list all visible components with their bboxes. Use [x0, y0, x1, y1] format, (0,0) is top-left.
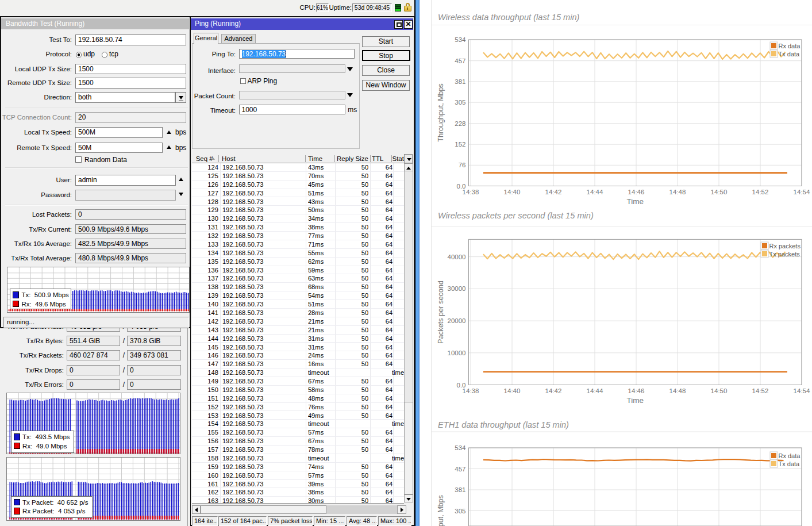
svg-text:Tx data: Tx data: [779, 51, 801, 57]
svg-text:Tx packets: Tx packets: [769, 251, 801, 258]
svg-text:14:52: 14:52: [752, 387, 769, 394]
svg-text:14:44: 14:44: [587, 387, 603, 394]
svg-text:14:40: 14:40: [504, 189, 521, 195]
svg-text:Time: Time: [626, 396, 644, 405]
svg-text:14:50: 14:50: [711, 189, 728, 195]
svg-text:14:46: 14:46: [628, 387, 645, 394]
svg-text:14:50: 14:50: [711, 387, 728, 394]
svg-text:14:38: 14:38: [463, 387, 479, 394]
svg-text:14:52: 14:52: [752, 189, 769, 195]
svg-text:Packets per second: Packets per second: [437, 281, 445, 344]
svg-text:14:48: 14:48: [669, 189, 686, 195]
svg-text:14:42: 14:42: [545, 189, 562, 195]
svg-text:14:38: 14:38: [463, 189, 479, 195]
svg-text:305: 305: [455, 99, 465, 106]
svg-text:14:54: 14:54: [794, 387, 810, 394]
svg-text:14:48: 14:48: [669, 387, 686, 394]
svg-text:Rx data: Rx data: [779, 452, 801, 459]
svg-text:Time: Time: [626, 197, 644, 206]
svg-text:534: 534: [455, 36, 466, 43]
svg-text:457: 457: [455, 57, 465, 64]
svg-text:381: 381: [455, 486, 465, 493]
svg-text:Wireless packets per second (l: Wireless packets per second (last 15 min…: [438, 211, 594, 220]
svg-text:Throughput, Mbps: Throughput, Mbps: [437, 83, 445, 141]
svg-text:Rx packets: Rx packets: [769, 243, 801, 249]
svg-text:10000: 10000: [448, 350, 466, 356]
svg-text:Tx data: Tx data: [779, 460, 801, 467]
svg-text:ETH1 data throughput (last 15: ETH1 data throughput (last 15 min): [438, 420, 569, 429]
svg-text:14:42: 14:42: [545, 387, 562, 394]
svg-text:20000: 20000: [448, 317, 466, 324]
svg-text:14:44: 14:44: [587, 189, 603, 195]
svg-text:Throughput, Mbps: Throughput, Mbps: [437, 495, 445, 526]
svg-text:30000: 30000: [448, 285, 466, 292]
svg-text:14:40: 14:40: [504, 387, 521, 394]
svg-text:534: 534: [455, 444, 466, 451]
svg-text:228: 228: [455, 120, 465, 127]
svg-text:40000: 40000: [448, 254, 466, 260]
svg-text:76: 76: [459, 162, 466, 168]
svg-text:14:46: 14:46: [628, 189, 645, 195]
svg-text:Wireless data throughput (last: Wireless data throughput (last 15 min): [438, 13, 579, 22]
svg-text:152: 152: [455, 141, 465, 148]
svg-text:381: 381: [455, 78, 465, 85]
svg-text:457: 457: [455, 466, 465, 473]
svg-text:305: 305: [455, 508, 465, 515]
svg-text:14:54: 14:54: [794, 189, 810, 195]
svg-text:Rx data: Rx data: [779, 43, 801, 49]
